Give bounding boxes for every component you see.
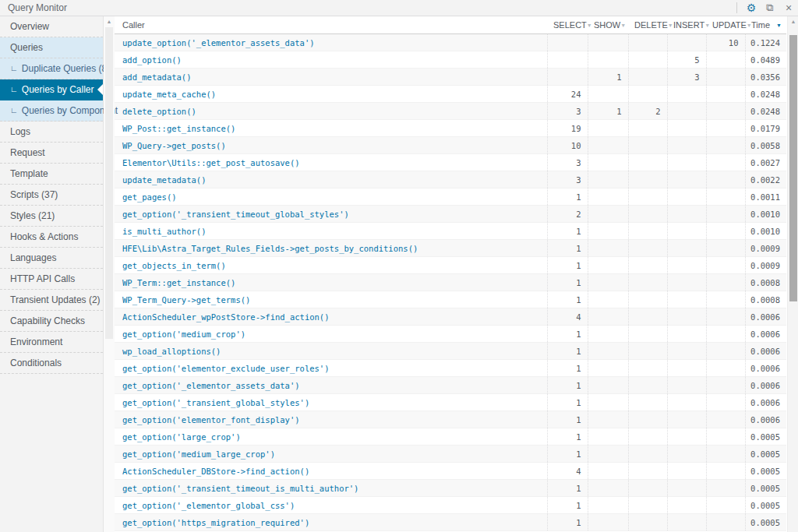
insert-cell [667, 34, 706, 51]
sidebar-item-label: HTTP API Calls [10, 273, 75, 284]
delete-cell [628, 411, 667, 428]
column-label: Caller [122, 20, 145, 30]
show-cell [588, 188, 628, 206]
caller-link[interactable]: update_option('_elementor_assets_data') [122, 38, 315, 48]
column-header-insert: INSERT▼ [667, 16, 706, 34]
caller-link[interactable]: update_metadata() [122, 175, 206, 185]
sidebar-item-label: Queries [10, 42, 43, 53]
sidebar-item-capability-checks[interactable]: Capability Checks [0, 311, 103, 332]
panel-position-icon[interactable]: ⧉ [761, 0, 779, 16]
titlebar: Query Monitor ⚙ ⧉ × [0, 0, 798, 16]
sidebar-scrollbar[interactable]: ▲ [104, 16, 115, 532]
table-scroll-thumb[interactable] [789, 35, 797, 301]
caller-link[interactable]: get_option('elementor_exclude_user_roles… [122, 364, 330, 373]
caller-link[interactable]: get_option('https_migration_required') [122, 518, 309, 527]
sidebar-item-conditionals[interactable]: Conditionals [0, 353, 103, 374]
sidebar-item-duplicate-queries-8[interactable]: ∟Duplicate Queries (8) [0, 58, 103, 79]
select-cell: 4 [547, 463, 588, 480]
caller-link[interactable]: get_pages() [122, 192, 177, 202]
sidebar-item-label: Scripts (37) [10, 189, 58, 200]
sidebar-item-label: Languages [10, 252, 56, 263]
caller-link[interactable]: WP_Term_Query->get_terms() [122, 295, 250, 305]
sidebar-item-scripts-37[interactable]: Scripts (37) [0, 185, 103, 206]
table-row: update_option('_elementor_assets_data')1… [115, 34, 786, 51]
update-cell [706, 428, 745, 446]
table-row: WP_Term_Query->get_terms()10.0008 [115, 291, 786, 308]
update-cell [706, 51, 745, 69]
update-cell [706, 291, 745, 308]
caller-link[interactable]: ActionScheduler_DBStore->find_action() [122, 467, 309, 476]
filter-dropdown-icon[interactable]: ▼ [704, 23, 710, 28]
update-cell [706, 171, 745, 188]
delete-cell [628, 120, 667, 137]
caller-link[interactable]: get_option('large_crop') [122, 432, 241, 442]
select-cell: 1 [547, 394, 588, 411]
select-cell: 3 [547, 154, 588, 171]
scroll-up-icon[interactable]: ▲ [788, 19, 798, 24]
sidebar-item-template[interactable]: Template [0, 164, 103, 185]
close-icon[interactable]: × [779, 0, 798, 16]
filter-dropdown-icon[interactable]: ▼ [620, 23, 626, 28]
caller-cell: update_metadata() [115, 171, 547, 188]
update-cell [706, 308, 745, 326]
sidebar-item-request[interactable]: Request [0, 143, 103, 164]
table-body: update_option('_elementor_assets_data')1… [115, 34, 786, 531]
caller-link[interactable]: get_objects_in_term() [122, 261, 226, 270]
sidebar-item-environment[interactable]: Environment [0, 332, 103, 353]
caller-link[interactable]: get_option('_transient_timeout_global_st… [122, 210, 349, 219]
caller-link[interactable]: delete_option() [122, 107, 196, 116]
caller-link[interactable]: WP_Term::get_instance() [122, 278, 235, 287]
sidebar-item-logs[interactable]: Logs [0, 122, 103, 143]
caller-link[interactable]: is_multi_author() [122, 227, 206, 236]
caller-link[interactable]: get_option('_elementor_global_css') [122, 501, 295, 510]
caller-link[interactable]: wp_load_alloptions() [122, 347, 221, 356]
caller-cell: WP_Query->get_posts() [115, 137, 547, 154]
caller-link[interactable]: get_option('medium_crop') [122, 329, 245, 339]
show-cell [588, 291, 628, 308]
column-header-caller: Caller [115, 16, 547, 34]
time-cell: 0.0006 [745, 394, 786, 411]
sidebar-item-hooks-actions[interactable]: Hooks & Actions [0, 227, 103, 248]
queries-by-caller-table: CallerSELECT▼SHOW▼DELETE▼INSERT▼UPDATE▼T… [115, 16, 786, 531]
insert-cell [667, 308, 706, 326]
update-cell [706, 411, 745, 428]
caller-link[interactable]: WP_Query->get_posts() [122, 141, 226, 150]
sidebar-item-transient-updates-2[interactable]: Transient Updates (2) [0, 290, 103, 311]
show-cell [588, 463, 628, 480]
sidebar-item-overview[interactable]: Overview [0, 16, 103, 37]
sidebar-item-queries-by-caller[interactable]: ∟Queries by Caller [0, 79, 103, 100]
sort-descending-icon[interactable]: ▼ [776, 23, 782, 28]
sidebar-scroll-thumb[interactable] [105, 27, 113, 339]
time-cell: 0.0006 [745, 360, 786, 377]
sidebar-item-styles-21[interactable]: Styles (21) [0, 206, 103, 227]
column-header-time[interactable]: Time▼ [745, 16, 786, 34]
sidebar-item-http-api-calls[interactable]: HTTP API Calls [0, 269, 103, 290]
sidebar-item-queries-by-component[interactable]: ∟Queries by Component [0, 100, 103, 122]
time-cell: 0.0005 [745, 480, 786, 497]
caller-link[interactable]: get_option('_transient_global_styles') [122, 398, 309, 407]
table-scrollbar[interactable]: ▲ [787, 16, 798, 532]
caller-link[interactable]: add_option() [122, 55, 182, 65]
caller-link[interactable]: get_option('medium_large_crop') [122, 449, 275, 459]
caller-link[interactable]: get_option('_elementor_assets_data') [122, 381, 300, 390]
filter-dropdown-icon[interactable]: ▼ [587, 23, 592, 28]
sidebar-item-queries[interactable]: Queries [0, 37, 103, 58]
insert-cell: 5 [667, 51, 706, 69]
sidebar-nav: OverviewQueries∟Duplicate Queries (8)∟Qu… [0, 16, 104, 532]
caller-link[interactable]: WP_Post::get_instance() [122, 124, 235, 133]
caller-link[interactable]: HFE\Lib\Astra_Target_Rules_Fields->get_p… [122, 244, 418, 253]
caller-link[interactable]: ActionScheduler_wpPostStore->find_action… [122, 312, 330, 322]
show-cell [588, 326, 628, 343]
caller-link[interactable]: Elementor\Utils::get_post_autosave() [122, 158, 300, 167]
caller-cell: get_option('medium_large_crop') [115, 446, 547, 463]
gear-icon[interactable]: ⚙ [742, 0, 761, 16]
insert-cell [667, 514, 706, 531]
filter-dropdown-icon[interactable]: ▼ [668, 23, 673, 28]
scroll-up-icon[interactable]: ▲ [104, 19, 115, 24]
sidebar-item-languages[interactable]: Languages [0, 248, 103, 269]
caller-link[interactable]: get_option('elementor_font_display') [122, 415, 300, 425]
caller-link[interactable]: add_metadata() [122, 72, 192, 82]
caller-link[interactable]: get_option('_transient_timeout_is_multi_… [122, 484, 358, 493]
column-label: SHOW [594, 20, 620, 30]
caller-link[interactable]: update_meta_cache() [122, 90, 216, 99]
